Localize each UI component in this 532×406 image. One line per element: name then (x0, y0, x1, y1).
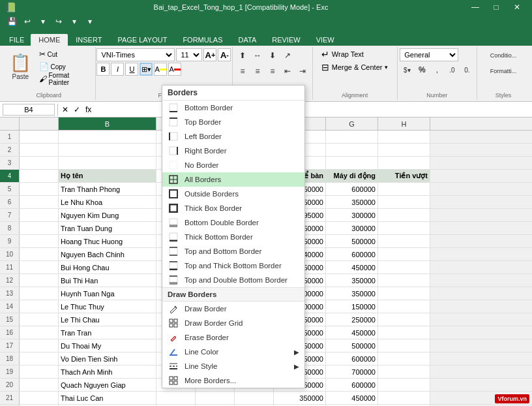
cell[interactable]: Nguyen Bach Chinh (59, 248, 156, 260)
cell[interactable] (20, 339, 59, 352)
cell[interactable] (20, 144, 59, 156)
row-number[interactable]: 1 (0, 131, 20, 143)
row-number[interactable]: 9 (0, 235, 20, 247)
cell[interactable] (20, 131, 59, 143)
cell[interactable]: 450000 (326, 392, 378, 404)
cell[interactable]: Le Thuc Thuy (59, 300, 156, 313)
cell[interactable]: Máy di động (326, 170, 378, 182)
row-number[interactable]: 6 (0, 196, 20, 208)
cell[interactable] (378, 379, 430, 391)
cell[interactable] (20, 157, 59, 169)
row-number[interactable]: 12 (0, 274, 20, 287)
menu-item-top-thick-bottom-border[interactable]: Top and Thick Bottom Border (162, 258, 304, 273)
font-color-button[interactable]: A (168, 63, 181, 76)
cell[interactable]: Hoang Thuc Huong (59, 235, 156, 247)
font-size-select[interactable]: 11 (176, 48, 202, 61)
name-box[interactable] (3, 104, 55, 116)
row-number[interactable]: 17 (0, 339, 20, 352)
cell[interactable] (378, 183, 430, 195)
cell[interactable]: 500000 (326, 339, 378, 352)
bold-button[interactable]: B (96, 63, 110, 76)
row-number[interactable]: 20 (0, 379, 20, 391)
menu-item-bottom-border[interactable]: Bottom Border (162, 101, 304, 115)
cell[interactable] (378, 326, 430, 339)
cell[interactable] (326, 131, 378, 143)
col-header-h[interactable]: H (378, 117, 430, 130)
cell[interactable] (59, 144, 156, 156)
percent-button[interactable]: % (415, 63, 429, 77)
tab-data[interactable]: DATA (231, 34, 265, 46)
row-number[interactable]: 19 (0, 366, 20, 378)
cell[interactable]: 500000 (326, 235, 378, 247)
tab-file[interactable]: FILE (3, 34, 31, 46)
number-format-select[interactable]: General (400, 48, 458, 61)
col-header-g[interactable]: G (326, 117, 378, 130)
cell[interactable] (378, 235, 430, 247)
cell[interactable] (378, 287, 430, 300)
align-left-button[interactable]: ≡ (235, 64, 250, 78)
cell[interactable] (20, 313, 59, 326)
tab-insert[interactable]: INSERT (68, 34, 110, 46)
cell[interactable] (156, 392, 196, 404)
col-header-a[interactable] (20, 117, 59, 130)
underline-button[interactable]: U (125, 63, 138, 76)
cell[interactable] (326, 157, 378, 169)
cell[interactable] (378, 300, 430, 313)
cell[interactable] (20, 196, 59, 208)
cell[interactable] (378, 392, 430, 404)
cancel-formula-button[interactable]: ✕ (61, 104, 70, 116)
cell[interactable] (20, 235, 59, 247)
menu-item-outside-borders[interactable]: Outside Borders (162, 187, 304, 201)
confirm-formula-button[interactable]: ✓ (72, 104, 81, 116)
cut-button[interactable]: ✂ Cut (37, 48, 91, 60)
row-number[interactable]: 14 (0, 300, 20, 313)
cell[interactable]: Nguyen Kim Dung (59, 209, 156, 221)
col-header-b[interactable]: B (59, 117, 156, 130)
cell[interactable]: 600000 (326, 183, 378, 195)
cell[interactable] (378, 352, 430, 365)
cell[interactable]: 700000 (326, 366, 378, 378)
cell[interactable] (378, 157, 430, 169)
row-number[interactable]: 13 (0, 287, 20, 300)
cell[interactable] (378, 131, 430, 143)
cell[interactable]: 350000 (274, 392, 326, 404)
maximize-button[interactable]: □ (486, 0, 506, 14)
cell[interactable] (20, 352, 59, 365)
menu-item-erase-border[interactable]: Erase Border (162, 330, 304, 345)
cell[interactable] (378, 248, 430, 260)
cell[interactable]: 350000 (326, 287, 378, 300)
cell[interactable]: Tran Tran (59, 326, 156, 339)
menu-item-top-bottom-border[interactable]: Top and Bottom Border (162, 244, 304, 258)
cell[interactable]: Le Thi Chau (59, 313, 156, 326)
menu-item-all-borders[interactable]: All Borders (162, 172, 304, 187)
tab-page-layout[interactable]: PAGE LAYOUT (110, 34, 175, 46)
font-size-increase[interactable]: A+ (203, 48, 216, 61)
cell[interactable]: 350000 (326, 196, 378, 208)
cell[interactable] (59, 131, 156, 143)
cell[interactable]: Thach Anh Minh (59, 366, 156, 378)
align-middle-button[interactable]: ↔ (250, 48, 265, 63)
format-as-table-button[interactable]: Formatti... (480, 64, 526, 78)
cell[interactable]: Bui Thi Han (59, 274, 156, 287)
menu-item-right-border[interactable]: Right Border (162, 144, 304, 158)
cell[interactable]: 250000 (326, 313, 378, 326)
decrease-decimal-button[interactable]: 0. (460, 63, 474, 77)
merge-center-button[interactable]: ⊟ Merge & Center ▾ (319, 61, 391, 73)
align-top-button[interactable]: ⬆ (235, 48, 250, 63)
cell[interactable] (378, 209, 430, 221)
cell[interactable] (378, 366, 430, 378)
menu-item-draw-border-grid[interactable]: Draw Border Grid (162, 316, 304, 330)
cell[interactable] (20, 209, 59, 221)
row-number[interactable]: 3 (0, 157, 20, 169)
cell[interactable] (20, 326, 59, 339)
menu-item-more-borders[interactable]: More Borders... (162, 373, 304, 388)
row-number[interactable]: 2 (0, 144, 20, 156)
menu-item-left-border[interactable]: Left Border (162, 129, 304, 144)
menu-item-line-color[interactable]: Line Color ▶ (162, 345, 304, 359)
cell[interactable] (20, 287, 59, 300)
undo-dropdown[interactable]: ▾ (37, 15, 50, 28)
menu-item-no-border[interactable]: No Border (162, 158, 304, 172)
cell[interactable] (378, 274, 430, 287)
cell[interactable]: 300000 (326, 222, 378, 234)
indent-decrease-button[interactable]: ⇤ (280, 64, 295, 78)
